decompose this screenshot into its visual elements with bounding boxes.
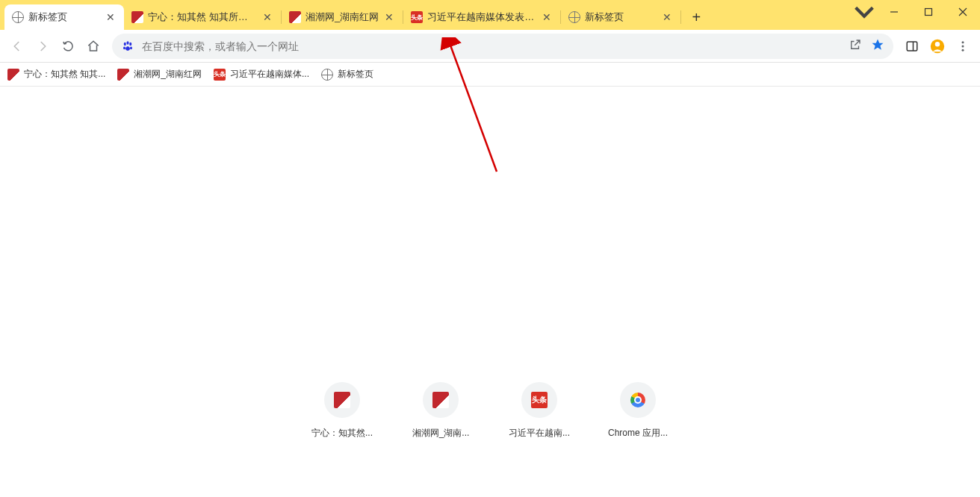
bookmark-label: 新标签页 [338, 68, 373, 81]
close-icon[interactable]: ✕ [105, 11, 117, 23]
bookmark-label: 宁心：知其然 知其... [24, 68, 105, 81]
globe-icon [568, 11, 580, 23]
site-icon [333, 391, 351, 409]
shortcut-label: 宁心：知其然... [311, 427, 373, 440]
tab-3[interactable]: 头条 习近平在越南媒体发表署名 ✕ [403, 4, 560, 30]
kebab-icon [956, 40, 970, 53]
maximize-button[interactable] [911, 1, 946, 22]
toolbar [0, 30, 980, 63]
site-icon [289, 11, 301, 23]
bookmark-label: 湘潮网_湖南红网 [134, 68, 202, 81]
ntp-shortcuts: 宁心：知其然... 湘潮网_湖南... 头条 习近平在越南... Chrome … [0, 382, 980, 440]
side-panel-button[interactable] [901, 35, 923, 57]
tab-4[interactable]: 新标签页 ✕ [561, 4, 680, 30]
tab-search-button[interactable] [852, 1, 877, 22]
bookmark-item[interactable]: 湘潮网_湖南红网 [117, 68, 202, 81]
back-icon [10, 40, 24, 53]
menu-button[interactable] [952, 35, 974, 57]
close-icon[interactable]: ✕ [541, 11, 553, 23]
share-icon[interactable] [849, 38, 862, 54]
reload-button[interactable] [57, 35, 79, 57]
bookmark-label: 习近平在越南媒体... [230, 68, 309, 81]
site-icon [7, 69, 19, 81]
forward-button[interactable] [31, 35, 54, 57]
close-window-button[interactable] [946, 1, 980, 22]
close-icon[interactable]: ✕ [383, 11, 395, 23]
shortcut-label: Chrome 应用... [608, 427, 668, 440]
tab-title: 新标签页 [585, 10, 657, 24]
globe-icon [12, 11, 24, 23]
shortcut-item[interactable]: 头条 习近平在越南... [506, 382, 573, 440]
shortcut-item[interactable]: Chrome 应用... [604, 382, 672, 440]
tab-2[interactable]: 湘潮网_湖南红网 ✕ [282, 4, 403, 30]
profile-button[interactable] [926, 35, 949, 57]
close-icon [958, 7, 967, 16]
window-controls [852, 0, 980, 30]
svg-point-3 [127, 41, 129, 45]
tab-separator [680, 10, 681, 24]
page-content: 宁心：知其然... 湘潮网_湖南... 头条 习近平在越南... Chrome … [0, 87, 980, 497]
shortcut-label: 习近平在越南... [509, 427, 570, 440]
new-tab-button[interactable]: + [686, 7, 707, 28]
shortcut-item[interactable]: 湘潮网_湖南... [407, 382, 474, 440]
svg-point-2 [124, 42, 126, 46]
svg-point-11 [962, 41, 964, 43]
maximize-icon [924, 7, 933, 16]
home-icon [87, 40, 100, 53]
tab-title: 宁心：知其然 知其所以然 [148, 10, 257, 24]
svg-point-10 [935, 42, 940, 46]
chrome-icon [629, 391, 647, 409]
tab-title: 新标签页 [28, 10, 100, 24]
panel-icon [905, 40, 919, 53]
svg-point-6 [130, 46, 132, 49]
shortcut-label: 湘潮网_湖南... [412, 427, 470, 440]
minimize-button[interactable] [877, 1, 911, 22]
svg-point-5 [123, 46, 125, 49]
site-icon: 头条 [214, 69, 226, 81]
home-button[interactable] [82, 35, 105, 57]
address-bar[interactable] [112, 34, 893, 59]
globe-icon [321, 69, 333, 81]
omnibox-actions [849, 38, 884, 54]
site-icon: 头条 [411, 11, 423, 23]
bookmark-bar: 宁心：知其然 知其... 湘潮网_湖南红网 头条 习近平在越南媒体... 新标签… [0, 63, 980, 87]
svg-rect-1 [925, 9, 932, 16]
bookmark-star-icon[interactable] [871, 38, 884, 54]
bookmark-item[interactable]: 新标签页 [321, 68, 373, 81]
svg-point-13 [962, 49, 964, 51]
shortcut-item[interactable]: 宁心：知其然... [308, 382, 376, 440]
site-icon [117, 69, 129, 81]
bookmark-item[interactable]: 宁心：知其然 知其... [7, 68, 105, 81]
reload-icon [61, 40, 75, 53]
close-icon[interactable]: ✕ [261, 11, 273, 23]
svg-point-12 [962, 45, 964, 47]
forward-icon [36, 40, 49, 53]
tabs-container: 新标签页 ✕ 宁心：知其然 知其所以然 ✕ 湘潮网_湖南红网 ✕ 头条 习近平在… [4, 4, 852, 30]
minimize-icon [890, 7, 899, 16]
close-icon[interactable]: ✕ [661, 11, 673, 23]
tab-title: 习近平在越南媒体发表署名 [427, 10, 536, 24]
tab-title: 湘潮网_湖南红网 [306, 10, 379, 24]
site-icon [131, 11, 143, 23]
svg-point-4 [129, 42, 131, 46]
site-icon [432, 391, 450, 409]
bookmark-item[interactable]: 头条 习近平在越南媒体... [214, 68, 309, 81]
tab-0[interactable]: 新标签页 ✕ [4, 4, 124, 30]
profile-icon [929, 38, 946, 54]
tab-bar: 新标签页 ✕ 宁心：知其然 知其所以然 ✕ 湘潮网_湖南红网 ✕ 头条 习近平在… [0, 0, 980, 30]
svg-rect-7 [907, 42, 917, 51]
site-icon: 头条 [530, 391, 548, 409]
tab-1[interactable]: 宁心：知其然 知其所以然 ✕ [124, 4, 281, 30]
address-input[interactable] [142, 40, 841, 52]
search-engine-icon [121, 40, 134, 53]
back-button[interactable] [6, 35, 28, 57]
